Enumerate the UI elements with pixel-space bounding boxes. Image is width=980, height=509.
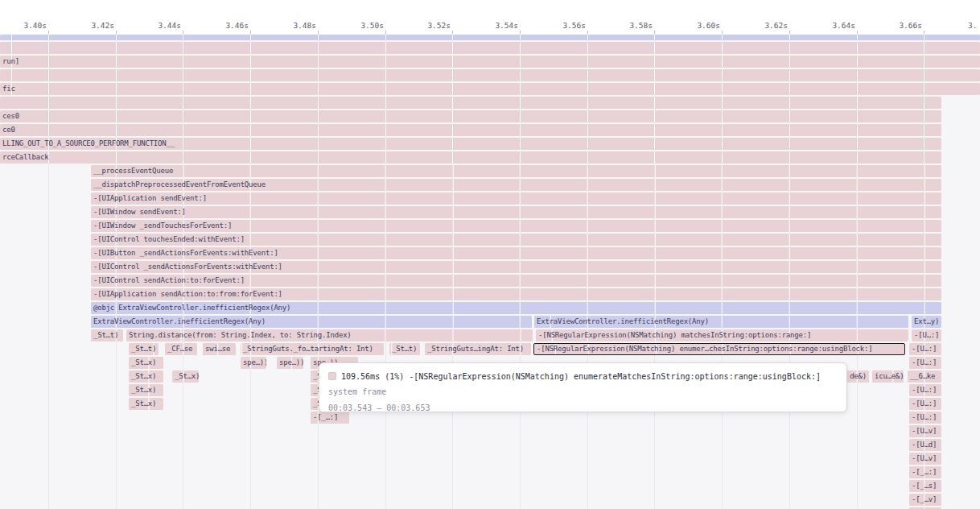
flame-segment-label: _St…t) (129, 343, 159, 355)
flame-segment[interactable]: -[UIControl touchesEnded:withEvent:] (91, 234, 941, 246)
flame-segment[interactable]: run] (0, 56, 980, 68)
frame-hover-tooltip: 109.56ms (1%) -[NSRegularExpression(NSMa… (319, 362, 847, 412)
flame-segment-label: -[UIControl touchesEnded:withEvent:] (91, 234, 941, 246)
ruler-tick-label: 3.54s (495, 21, 518, 30)
flame-segment[interactable]: -[U…d] (909, 439, 941, 451)
flame-segment[interactable]: _St…t) (389, 343, 420, 355)
flame-segment[interactable]: _St…x) (129, 398, 163, 410)
ruler-tick-label: 3.60s (697, 21, 720, 30)
flame-segment[interactable]: _St…x) (129, 357, 163, 369)
flame-segment[interactable]: icu…e&) (872, 370, 904, 383)
flame-segment[interactable]: -[U…:] (909, 398, 941, 410)
flame-segment[interactable]: String.distance(from: String.Index, to: … (126, 329, 533, 341)
flame-segment[interactable]: -[UIControl _sendActionsForEvents:withEv… (91, 261, 941, 273)
tooltip-title: 109.56ms (1%) -[NSRegularExpression(NSMa… (341, 372, 821, 381)
flame-segment[interactable] (0, 69, 980, 81)
flame-segment[interactable]: -[_…v] (909, 494, 941, 506)
flame-segment[interactable]: __dispatchPreprocessedEventFromEventQueu… (91, 179, 941, 191)
flame-segment-label: -[_…:] (909, 466, 941, 478)
flame-segment[interactable]: spe…)) (241, 357, 266, 369)
ruler-tick-label: 3.66s (899, 21, 922, 30)
flame-segment-label: -[UIWindow _sendTouchesForEvent:] (91, 220, 941, 232)
flame-segment-label: _St…x) (129, 398, 163, 410)
flame-segment-label: -[U…:] (909, 357, 941, 369)
flame-segment-label: -[NSRegularExpression(NSMatching) matche… (536, 329, 908, 341)
flame-segment[interactable]: _St…t) (129, 343, 159, 355)
flame-segment-label: __processEventQueue (91, 165, 941, 177)
flame-segment[interactable]: __processEventQueue (91, 165, 941, 177)
flame-segment[interactable]: _StringGuts…ingAt: Int) (425, 343, 531, 355)
flame-segment[interactable]: -[UIWindow _sendTouchesForEvent:] (91, 220, 941, 232)
ruler-tick-label: 3.40s (23, 21, 47, 30)
flame-segment-label: -[U…d] (909, 439, 941, 451)
ruler-tick-label: 3.64s (832, 21, 855, 30)
flame-segment-label: -[U…:] (909, 412, 941, 424)
flame-segment[interactable]: rceCallback (0, 151, 941, 163)
flame-segment-label: -[UIApplication sendEvent:] (91, 192, 941, 205)
flame-segment[interactable] (0, 35, 980, 40)
time-ruler[interactable]: 3.40s3.42s3.44s3.46s3.48s3.50s3.52s3.54s… (0, 0, 980, 34)
flame-segment[interactable]: -[U…:] (909, 357, 941, 369)
flame-segment[interactable]: Ext…y) (912, 316, 941, 328)
flame-segment[interactable]: -[U…:] (909, 384, 941, 396)
flame-segment[interactable]: -[_…:] (909, 466, 941, 478)
ruler-tick-label: 3.52s (427, 21, 451, 30)
flame-segment-label: ce0 (0, 124, 941, 136)
flame-segment-label: ces0 (0, 110, 941, 122)
flame-segment[interactable]: -[U…:] (909, 343, 941, 355)
flame-segment-label: @objc ExtraViewController.inefficientReg… (91, 302, 941, 314)
flame-chart-area[interactable]: run]ficces0ce0LLING_OUT_TO_A_SOURCE0_PER… (0, 34, 980, 509)
flame-segment-selected[interactable]: -[NSRegularExpression(NSMatching) enumer… (533, 343, 905, 355)
flame-segment-label: _St…x) (129, 370, 163, 383)
flame-segment-label: -[UIButton _sendActionsForEvents:withEve… (91, 247, 941, 259)
ruler-tick-label: 3.56s (562, 21, 586, 30)
ruler-tick-label: 3.48s (293, 21, 316, 30)
tooltip-subtitle: system frame (328, 384, 837, 400)
tooltip-time-range: 00:03.543 — 00:03.653 (328, 400, 837, 416)
flame-segment-label: -[NSRegularExpression(NSMatching) enumer… (534, 344, 904, 354)
flame-segment[interactable]: -[U…:] (909, 412, 941, 424)
flame-segment[interactable]: _St…x) (129, 370, 163, 383)
flame-segment[interactable]: __6…ke (908, 370, 941, 383)
flame-segment[interactable]: ExtraViewController.inefficientRegex(Any… (91, 316, 532, 328)
flame-segment[interactable]: -[U…v] (909, 425, 941, 437)
flame-segment[interactable]: ExtraViewController.inefficientRegex(Any… (534, 316, 908, 328)
flame-segment[interactable] (0, 42, 980, 54)
flame-segment[interactable]: _St…t) (91, 329, 123, 341)
flame-segment-label: fic (0, 83, 980, 95)
flame-segment-label: icu…e&) (872, 370, 904, 383)
flame-segment[interactable]: -[U…:] (912, 329, 941, 341)
flame-segment[interactable]: -[UIApplication sendEvent:] (91, 192, 941, 205)
flame-segment-label: Ext…y) (912, 316, 941, 328)
flame-segment[interactable]: _CF…se (165, 343, 197, 355)
ruler-tick-label: 3.46s (225, 21, 249, 30)
tooltip-title-row: 109.56ms (1%) -[NSRegularExpression(NSMa… (328, 368, 837, 384)
ruler-tick-label: 3.62s (764, 21, 788, 30)
flame-segment-label: rceCallback (0, 151, 941, 163)
flame-segment[interactable]: LLING_OUT_TO_A_SOURCE0_PERFORM_FUNCTION_… (0, 138, 941, 150)
flame-segment-label: String.distance(from: String.Index, to: … (126, 329, 533, 341)
flame-segment[interactable]: -[UIApplication sendAction:to:from:forEv… (91, 288, 941, 300)
flame-segment[interactable]: _St…x) (129, 384, 163, 396)
flame-segment[interactable]: ces0 (0, 110, 941, 122)
flame-segment[interactable]: -[UIWindow sendEvent:] (91, 206, 941, 218)
profiler-flame-chart-view: 3.40s3.42s3.44s3.46s3.48s3.50s3.52s3.54s… (0, 0, 980, 509)
flame-segment[interactable] (0, 97, 941, 109)
flame-segment[interactable]: swi…se (203, 343, 236, 355)
flame-segment[interactable]: fic (0, 83, 980, 95)
flame-segment-label: -[UIControl sendAction:to:forEvent:] (91, 275, 941, 287)
flame-segment-label: -[U…v] (909, 425, 941, 437)
flame-segment[interactable]: -[UIControl sendAction:to:forEvent:] (91, 275, 941, 287)
flame-segment[interactable]: ce0 (0, 124, 941, 136)
flame-segment[interactable]: -[NSRegularExpression(NSMatching) matche… (536, 329, 908, 341)
flame-segment[interactable]: spe…)) (277, 357, 303, 369)
flame-segment[interactable]: -[_…s] (909, 480, 941, 492)
flame-segment[interactable]: _StringGuts._fo…tartingAt: Int) (241, 343, 384, 355)
ruler-tick-label: 3.50s (360, 21, 384, 30)
flame-segment[interactable]: -[U…v] (909, 453, 941, 465)
flame-segment[interactable]: -[UIButton _sendActionsForEvents:withEve… (91, 247, 941, 259)
flame-segment[interactable]: @objc ExtraViewController.inefficientReg… (91, 302, 941, 314)
flame-segment-label: -[UIApplication sendAction:to:from:forEv… (91, 288, 941, 300)
flame-segment-label: run] (0, 56, 980, 68)
flame-segment[interactable]: _St…x) (172, 370, 199, 383)
